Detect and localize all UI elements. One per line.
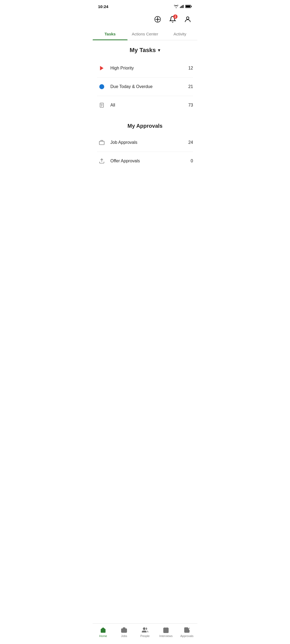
chevron-down-icon: ▾ <box>158 47 160 53</box>
battery-icon <box>185 5 192 8</box>
task-label-high-priority: High Priority <box>110 66 188 71</box>
svg-rect-2 <box>182 6 182 8</box>
status-bar: 10:24 <box>93 0 197 12</box>
task-item-due-today[interactable]: Due Today & Overdue 21 <box>97 78 193 96</box>
task-label-offer-approvals: Offer Approvals <box>110 159 191 163</box>
task-label-all: All <box>110 103 188 108</box>
approvals-section: My Approvals Job Approvals 24 Offer <box>97 123 193 170</box>
svg-point-9 <box>186 17 189 19</box>
status-icons <box>174 5 192 8</box>
profile-button[interactable] <box>182 14 193 25</box>
my-tasks-header[interactable]: My Tasks ▾ <box>97 47 193 54</box>
svg-rect-16 <box>99 141 104 145</box>
due-today-icon <box>97 82 107 92</box>
svg-marker-10 <box>100 66 104 71</box>
task-count-offer-approvals: 0 <box>191 159 193 163</box>
job-approvals-icon <box>97 138 107 147</box>
task-item-high-priority[interactable]: High Priority 12 <box>97 59 193 78</box>
add-task-icon <box>154 16 161 23</box>
all-tasks-icon <box>97 100 107 110</box>
notification-badge: 2 <box>173 14 177 19</box>
my-tasks-title: My Tasks <box>130 47 156 54</box>
priority-icon <box>97 63 107 73</box>
svg-rect-6 <box>191 6 192 7</box>
task-label-due-today: Due Today & Overdue <box>110 84 188 89</box>
task-count-all: 73 <box>188 103 193 108</box>
tab-tasks[interactable]: Tasks <box>93 28 128 40</box>
offer-approvals-icon <box>97 156 107 166</box>
wifi-icon <box>174 5 178 8</box>
add-task-button[interactable] <box>152 14 163 25</box>
task-list: High Priority 12 Due Today & Overdue 21 <box>97 59 193 114</box>
task-count-due-today: 21 <box>188 84 193 89</box>
svg-rect-3 <box>182 5 183 8</box>
task-item-all[interactable]: All 73 <box>97 96 193 114</box>
header: 2 <box>93 12 197 28</box>
notifications-button[interactable]: 2 <box>167 14 178 25</box>
svg-rect-4 <box>183 5 184 8</box>
task-label-job-approvals: Job Approvals <box>110 140 188 145</box>
svg-rect-1 <box>181 6 181 8</box>
task-item-job-approvals[interactable]: Job Approvals 24 <box>97 133 193 152</box>
task-item-offer-approvals[interactable]: Offer Approvals 0 <box>97 152 193 170</box>
svg-point-11 <box>99 84 104 89</box>
task-count-job-approvals: 24 <box>188 140 193 145</box>
svg-rect-0 <box>180 7 180 8</box>
tab-activity[interactable]: Activity <box>162 28 197 40</box>
main-content: My Tasks ▾ High Priority 12 Due Today & … <box>93 40 197 201</box>
profile-icon <box>184 16 191 23</box>
approvals-title: My Approvals <box>97 123 193 129</box>
task-count-high-priority: 12 <box>188 66 193 71</box>
signal-icon <box>180 5 184 8</box>
svg-rect-7 <box>186 6 190 8</box>
tab-navigation: Tasks Actions Center Activity <box>93 28 197 40</box>
status-time: 10:24 <box>98 4 108 9</box>
tab-actions-center[interactable]: Actions Center <box>128 28 162 40</box>
